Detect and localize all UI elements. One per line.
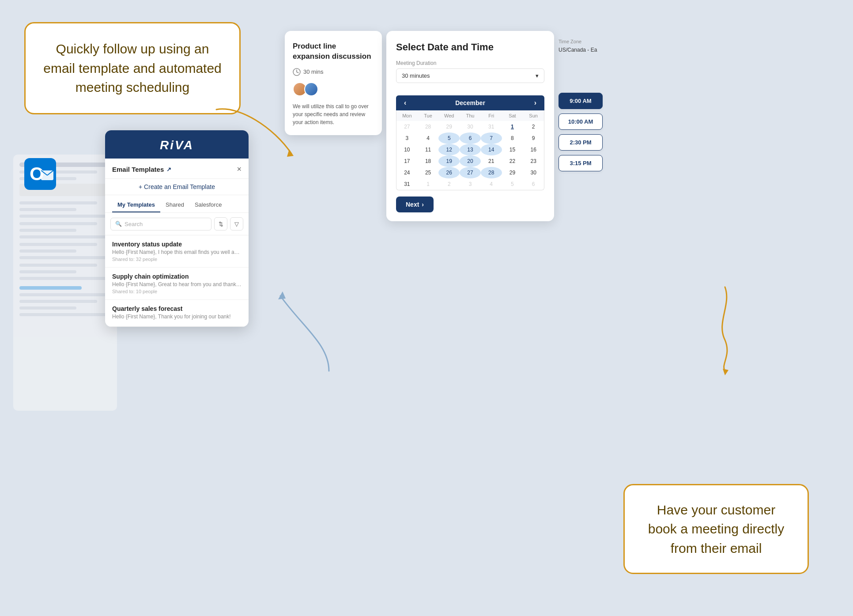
timeslots-panel: 9:00 AM 10:00 AM 2:30 PM 3:15 PM [559,93,603,171]
day-sat: Sat [502,110,523,121]
cal-cell[interactable]: 11 [418,144,439,155]
cal-cell[interactable]: 31 [481,121,502,132]
tab-salesforce[interactable]: Salesforce [189,199,227,212]
sort-button[interactable]: ⇅ [214,217,227,231]
avatar-group [293,82,374,96]
cal-cell[interactable]: 4 [418,132,439,144]
search-icon: 🔍 [115,221,122,227]
outlook-icon: O [24,158,60,193]
cal-cell[interactable]: 14 [481,144,502,155]
cal-cell[interactable]: 6 [523,178,544,190]
cal-cell[interactable]: 23 [523,155,544,167]
cal-cell[interactable]: 16 [523,144,544,155]
callout-top-text: Quickly follow up using an email templat… [43,42,222,94]
day-thu: Thu [460,110,481,121]
tab-shared[interactable]: Shared [160,199,189,212]
datetime-title: Select Date and Time [396,42,544,53]
search-input[interactable]: 🔍 Search [110,218,211,231]
next-button[interactable]: Next › [396,197,434,212]
calendar-body: 2728293031123456789101112131415161718192… [396,121,544,190]
cal-cell[interactable]: 5 [438,132,460,144]
calendar-header: ‹ December › [396,95,544,110]
prev-month-button[interactable]: ‹ [401,99,409,107]
search-area: 🔍 Search ⇅ ▽ [105,213,249,235]
template-tabs: My Templates Shared Salesforce [105,195,249,213]
arrow-2 [267,287,342,375]
template-item-2[interactable]: Quarterly sales forecast Hello {First Na… [105,300,249,327]
template-title-1: Supply chain optimization [112,273,242,280]
template-item-0[interactable]: Inventory status update Hello {First Nam… [105,235,249,268]
meeting-description: We will utilize this call to go over you… [293,102,374,126]
arrow-3 [707,283,743,371]
cal-cell[interactable]: 21 [481,155,502,167]
cal-cell[interactable]: 19 [438,155,460,167]
cal-cell[interactable]: 4 [481,178,502,190]
cal-cell[interactable]: 1 [502,121,523,132]
calendar-month: December [455,99,485,106]
cal-cell[interactable]: 22 [502,155,523,167]
cal-cell[interactable]: 29 [502,167,523,178]
meeting-title: Product line expansion discussion [293,42,374,62]
cal-cell[interactable]: 17 [396,155,418,167]
tab-my-templates[interactable]: My Templates [112,199,160,212]
template-preview-0: Hello {First Name}, I hope this email fi… [112,249,242,255]
template-item-1[interactable]: Supply chain optimization Hello {First N… [105,268,249,300]
cal-cell[interactable]: 8 [502,132,523,144]
cal-cell[interactable]: 10 [396,144,418,155]
cal-cell[interactable]: 2 [438,178,460,190]
clock-icon [293,68,301,76]
callout-bottom-right: Have your customer book a meeting direct… [623,484,809,574]
create-template-button[interactable]: + Create an Email Template [105,179,249,195]
cal-cell[interactable]: 3 [460,178,481,190]
cal-cell[interactable]: 27 [460,167,481,178]
cal-cell[interactable]: 25 [418,167,439,178]
cal-cell[interactable]: 5 [502,178,523,190]
cal-cell[interactable]: 6 [460,132,481,144]
external-link-icon[interactable]: ↗ [166,166,171,173]
close-button[interactable]: × [237,165,242,174]
cal-cell[interactable]: 2 [523,121,544,132]
template-preview-2: Hello {First Name}, Thank you for joinin… [112,314,242,320]
chevron-right-icon: › [422,201,424,208]
callout-bottom-text: Have your customer book a meeting direct… [648,503,785,556]
cal-cell[interactable]: 15 [502,144,523,155]
cal-cell[interactable]: 28 [481,167,502,178]
avatar-2 [304,82,318,96]
duration-label: Meeting Duration [396,60,544,66]
cal-cell[interactable]: 18 [418,155,439,167]
svg-marker-10 [723,369,728,375]
next-month-button[interactable]: › [532,99,539,107]
day-fri: Fri [481,110,502,121]
cal-cell[interactable]: 31 [396,178,418,190]
template-shared-0: Shared to: 32 people [112,257,242,262]
meeting-panel: Product line expansion discussion 30 min… [285,31,382,135]
cal-cell[interactable]: 28 [418,121,439,132]
cal-cell[interactable]: 30 [460,121,481,132]
cal-cell[interactable]: 3 [396,132,418,144]
timeslot-1[interactable]: 10:00 AM [559,113,603,130]
cal-cell[interactable]: 1 [418,178,439,190]
template-title-0: Inventory status update [112,241,242,248]
timezone-value: US/Canada - Ea [559,47,597,53]
cal-cell[interactable]: 7 [481,132,502,144]
cal-cell[interactable]: 24 [396,167,418,178]
cal-cell[interactable]: 9 [523,132,544,144]
cal-cell[interactable]: 27 [396,121,418,132]
cal-cell[interactable]: 20 [460,155,481,167]
cal-cell[interactable]: 26 [438,167,460,178]
timeslot-0[interactable]: 9:00 AM [559,93,603,109]
template-title-2: Quarterly sales forecast [112,305,242,312]
timeslot-2[interactable]: 2:30 PM [559,134,603,151]
cal-cell[interactable]: 13 [460,144,481,155]
svg-marker-5 [287,149,294,157]
timezone-label: Time Zone [559,39,581,44]
cal-cell[interactable]: 30 [523,167,544,178]
svg-line-8 [297,72,298,73]
duration-select[interactable]: 30 minutes ▾ [396,68,544,83]
timeslot-3[interactable]: 3:15 PM [559,155,603,171]
filter-button[interactable]: ▽ [230,217,243,231]
day-sun: Sun [523,110,544,121]
meeting-duration: 30 mins [293,68,374,76]
cal-cell[interactable]: 29 [438,121,460,132]
cal-cell[interactable]: 12 [438,144,460,155]
